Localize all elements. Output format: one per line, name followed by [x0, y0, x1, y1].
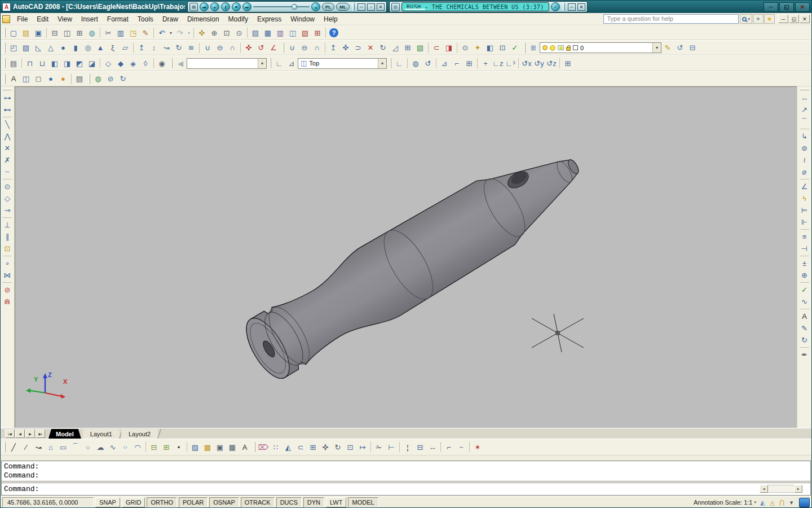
dimension-break-button[interactable]: ⊣: [798, 243, 811, 255]
player-grip[interactable]: [352, 3, 355, 11]
quickcalc-button[interactable]: ⊞: [311, 27, 324, 38]
player-rewind-button[interactable]: ◂◂: [200, 2, 209, 11]
snap-to-tangent-button[interactable]: ⊸: [1, 204, 14, 216]
break-button[interactable]: ⊟: [414, 441, 426, 453]
toolbar-grip[interactable]: [270, 58, 271, 68]
view-left-button[interactable]: ◧: [48, 58, 61, 69]
3d-rotate-button[interactable]: ↺: [255, 42, 267, 54]
toolbar-grip[interactable]: [4, 442, 6, 452]
coordinate-readout[interactable]: 45.7686, 33.6165, 0.0000: [2, 497, 94, 507]
polysolid-button[interactable]: ◰: [7, 42, 20, 54]
3d-dwf-button[interactable]: ◍: [86, 27, 98, 38]
osnap-toggle[interactable]: OSNAP: [209, 497, 239, 507]
tab-scroll-prev-button[interactable]: ◀: [15, 430, 25, 438]
ducs-toggle[interactable]: DUCS: [276, 497, 302, 507]
undo-dropdown-arrow[interactable]: ▾: [168, 27, 174, 38]
player-display-minimize-button[interactable]: ─: [568, 3, 576, 11]
move-faces-button[interactable]: ✜: [339, 42, 352, 54]
extend-button[interactable]: ⊢: [385, 441, 398, 453]
layer-freeze-icon[interactable]: [550, 45, 555, 51]
player-forward-button[interactable]: ▸▸: [242, 2, 251, 11]
manage-visual-styles-button[interactable]: ▤: [73, 73, 86, 85]
point-button[interactable]: •: [173, 441, 185, 453]
tab-scroll-next-button[interactable]: ▶: [25, 430, 35, 438]
menu-draw[interactable]: Draw: [158, 14, 183, 24]
restore-button[interactable]: ◱: [779, 2, 794, 12]
sphere-button[interactable]: ●: [57, 42, 69, 54]
snap-to-perpendicular-button[interactable]: ⊥: [1, 219, 14, 231]
se-subtract-button[interactable]: ⊖: [298, 42, 311, 54]
snap-to-intersection-button[interactable]: ✕: [1, 142, 14, 154]
search-dropdown-arrow[interactable]: ▾: [748, 17, 750, 21]
mdi-restore-button[interactable]: ◱: [789, 15, 799, 23]
new-file-button[interactable]: ▢: [7, 27, 20, 38]
clean-screen-button[interactable]: [799, 498, 810, 507]
y-rotate-ucs-button[interactable]: ↺y: [533, 58, 545, 69]
player-display-icon[interactable]: ⊡: [391, 3, 400, 11]
player-restore-button[interactable]: ▫: [367, 3, 375, 11]
revcloud-button[interactable]: ☁: [94, 441, 107, 453]
player-play-button[interactable]: ▸: [210, 2, 219, 11]
match-properties-button[interactable]: ✎: [139, 27, 152, 38]
view-back-button[interactable]: ◪: [86, 58, 98, 69]
polyline-button[interactable]: ↝: [32, 441, 45, 453]
copy-button[interactable]: ▥: [114, 27, 127, 38]
snap-to-quadrant-button[interactable]: ◇: [1, 192, 14, 204]
menu-help[interactable]: Help: [319, 14, 342, 24]
conceptual-button[interactable]: ●: [57, 73, 69, 85]
ucs-button[interactable]: ∟: [393, 58, 405, 69]
rotate-button[interactable]: ↻: [332, 441, 344, 453]
snap-to-midpoint-button[interactable]: ⋀: [1, 130, 14, 142]
toolbar-grip[interactable]: [3, 89, 12, 90]
menu-file[interactable]: File: [12, 14, 32, 24]
insert-block-button[interactable]: ⊟: [148, 441, 160, 453]
delete-faces-button[interactable]: ✕: [364, 42, 377, 54]
designcenter-button[interactable]: ▦: [262, 27, 274, 38]
clean-button[interactable]: ✦: [471, 42, 484, 54]
tab-layout1[interactable]: Layout1: [83, 429, 120, 439]
move-button[interactable]: ✜: [319, 441, 332, 453]
menu-window[interactable]: Window: [286, 14, 319, 24]
hatch-button[interactable]: ▨: [189, 441, 201, 453]
check-button[interactable]: ✓: [509, 42, 521, 54]
snap-to-nearest-button[interactable]: ⋈: [1, 269, 14, 281]
polar-toggle[interactable]: POLAR: [179, 497, 208, 507]
toolbar-grip[interactable]: [4, 74, 6, 84]
pan-button[interactable]: ✜: [196, 27, 208, 38]
layer-viewport-freeze-icon[interactable]: [558, 45, 564, 50]
dyn-toggle[interactable]: DYN: [303, 497, 324, 507]
mtext-button[interactable]: A: [239, 441, 251, 453]
tab-scroll-last-button[interactable]: ▶|: [36, 430, 45, 438]
3d-wireframe-button[interactable]: ◫: [20, 73, 32, 85]
playlist-button[interactable]: PL: [322, 3, 334, 11]
view-sw-isometric-button[interactable]: ◇: [102, 58, 114, 69]
dimension-space-button[interactable]: ≡: [798, 231, 811, 243]
revolve-button[interactable]: ↻: [173, 42, 185, 54]
radius-dimension-button[interactable]: ⊚: [798, 142, 811, 154]
make-layer-current-button[interactable]: ✎: [661, 42, 674, 54]
player-pause-button[interactable]: ∥: [221, 2, 230, 11]
mirror-button[interactable]: ◭: [282, 441, 294, 453]
command-history[interactable]: Command:Command:: [2, 461, 810, 481]
named-view-dropdown[interactable]: ▾: [187, 58, 267, 69]
mdi-minimize-button[interactable]: ─: [778, 15, 788, 23]
annotation-scale-control[interactable]: Annotation Scale: 1:1 ▾: [694, 499, 756, 506]
plot-preview-button[interactable]: ◫: [61, 27, 73, 38]
help-search-button[interactable]: ▾: [740, 14, 752, 24]
planar-surface-button[interactable]: ▱: [119, 42, 131, 54]
minimize-button[interactable]: ─: [764, 2, 778, 12]
player-stop-button[interactable]: ■: [232, 2, 241, 11]
named-views-button[interactable]: ▤: [7, 58, 20, 69]
erase-button[interactable]: ⌦: [257, 441, 270, 453]
inspect-dimension-button[interactable]: ✓: [798, 284, 811, 296]
close-button[interactable]: ✕: [795, 2, 810, 12]
layer-dropdown[interactable]: 0 ▾: [540, 42, 661, 53]
se-intersect-button[interactable]: ∩: [311, 42, 323, 54]
tab-scroll-first-button[interactable]: |◀: [5, 430, 15, 438]
snap-to-insert-button[interactable]: ⊡: [1, 243, 14, 255]
baseline-dimension-button[interactable]: ⊨: [798, 204, 811, 216]
snap-to-extension-button[interactable]: ┄: [1, 166, 14, 178]
toolbar-grip[interactable]: [390, 58, 391, 68]
construction-line-button[interactable]: ∕: [20, 441, 32, 453]
box-button[interactable]: ▧: [20, 42, 32, 54]
